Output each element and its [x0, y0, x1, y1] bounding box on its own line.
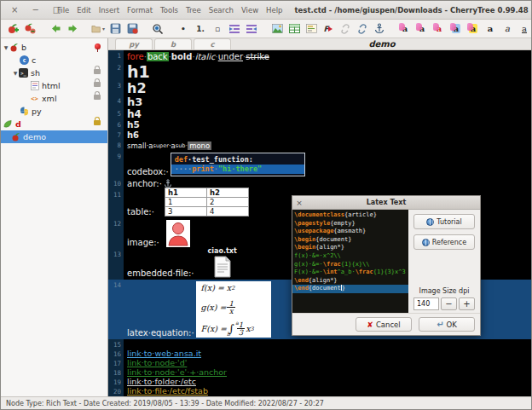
embedded-table[interactable]: h1h2 12 34 [165, 188, 249, 217]
tree-node-xml[interactable]: <> xml [1, 92, 107, 105]
small-text: small·a [127, 141, 153, 150]
table-header-cell[interactable]: h1 [165, 188, 206, 198]
embedded-file-label: embedded·file:· [127, 269, 194, 278]
node-anchor-link[interactable]: link·to·node·'e'·+·anchor [127, 367, 227, 377]
tutorial-button[interactable]: Tutorial [413, 214, 475, 229]
new-node-button[interactable] [6, 21, 20, 36]
indent-right-button[interactable] [245, 21, 258, 36]
insert-link-button[interactable] [338, 21, 352, 36]
recent-node-tab-b[interactable]: b [154, 38, 192, 49]
table-cell[interactable]: 1 [165, 198, 206, 207]
go-forward-button[interactable] [66, 21, 79, 36]
c-node-icon: c [20, 55, 29, 65]
menu-help[interactable]: Help [266, 6, 282, 14]
table-header-cell[interactable]: h2 [206, 188, 248, 198]
recent-node-tab-c[interactable]: c [194, 38, 231, 49]
todo-list-button[interactable]: ▫ [211, 21, 224, 36]
menu-edit[interactable]: Edit [77, 6, 90, 14]
heading-h3: h3 [124, 95, 531, 108]
embedded-image-person[interactable] [166, 220, 190, 247]
edit-link-button[interactable] [356, 21, 369, 36]
tutorial-label: Tutorial [437, 218, 461, 226]
link-line[interactable]: 18link·to·node·'e'·+·anchor [108, 367, 531, 377]
text-line[interactable]: 3h2 [108, 80, 531, 95]
link-line[interactable]: 19link·to·folder·/etc [108, 377, 531, 386]
go-back-button[interactable] [49, 21, 62, 36]
node-link[interactable]: link·to·node·'d' [127, 358, 187, 367]
expander-icon[interactable]: ▼ [12, 70, 19, 76]
dpi-decrease-button[interactable]: − [441, 297, 457, 310]
xml-glyph: <> [31, 95, 38, 102]
insert-codebox-button[interactable] [304, 21, 318, 36]
find-button[interactable] [151, 21, 165, 36]
format-style-blue-button[interactable]: a [449, 21, 463, 36]
table-cell[interactable]: 2 [206, 198, 248, 207]
menu-file[interactable]: File [57, 6, 69, 14]
menu-view[interactable]: View [241, 6, 258, 14]
codebox-object[interactable]: def·test_function: ····print·"hi·there" [171, 153, 305, 176]
strikethrough-text: strike [246, 52, 269, 61]
close-window-icon[interactable]: × [11, 5, 18, 14]
text-line[interactable]: 15 [108, 339, 531, 349]
italic-button[interactable]: a [500, 21, 514, 36]
menu-tools[interactable]: Tools [160, 6, 178, 14]
tree-node-html[interactable]: html [1, 79, 107, 92]
cancel-button[interactable]: ✘Cancel [356, 317, 412, 332]
link-line[interactable]: 16link·to·web·ansa.it [108, 349, 531, 358]
format-style-yellow-button[interactable]: a [466, 21, 480, 36]
embedded-file-object[interactable]: ciao.txt [208, 247, 237, 278]
text-line[interactable]: 8 small·asuper·asub·mono [108, 140, 531, 151]
recent-node-tab-py[interactable]: py [115, 38, 153, 49]
insert-image-button[interactable] [270, 21, 284, 36]
insert-table-button[interactable] [287, 21, 301, 36]
table-cell[interactable]: 3 [165, 207, 206, 217]
text-line[interactable]: 4h3 [108, 95, 531, 108]
tree-node-c[interactable]: c c [1, 54, 107, 66]
tree-node-demo[interactable]: demo [1, 130, 107, 143]
dpi-value-input[interactable]: 140 [413, 297, 439, 310]
save-as-button[interactable] [125, 21, 139, 36]
text-line[interactable]: 1 fore·back·bold·italic·under·strike [108, 50, 531, 62]
tree-node-b[interactable]: ▼ b [1, 41, 107, 54]
dialog-title-bar[interactable]: × Latex Text [292, 196, 480, 210]
ok-button[interactable]: ↵OK [419, 317, 475, 332]
format-color-foreground-button[interactable]: a [398, 21, 412, 36]
underline-button[interactable]: a [518, 21, 531, 36]
codebox-line[interactable]: 9 codebox:· def·test_function: ····print… [108, 151, 531, 178]
format-color-background-button[interactable]: a [415, 21, 429, 36]
minimize-window-icon[interactable]: − [32, 5, 38, 14]
reference-button[interactable]: Reference [413, 234, 475, 250]
menu-format[interactable]: Format [127, 6, 153, 14]
tree-node-sh[interactable]: ▼ >_ sh [1, 66, 107, 79]
latex-equation-image[interactable]: f(x) = x2 g(x) = 1x F(x) = ∫ab13x3 [196, 281, 271, 338]
table-cell[interactable]: 4 [206, 207, 248, 217]
open-file-button[interactable]: ▾ [91, 21, 105, 36]
tree-node-d[interactable]: d [1, 118, 107, 130]
bullet-list-button[interactable]: • [176, 21, 190, 36]
text-line[interactable]: 5h4 [108, 108, 531, 119]
indent-left-button[interactable] [228, 21, 241, 36]
new-subnode-button[interactable] [23, 21, 37, 36]
exec-code-button[interactable]: F [321, 21, 335, 36]
file-link[interactable]: link·to·file·/etc/fstab [127, 386, 208, 396]
save-button[interactable] [108, 21, 122, 36]
tree-node-py[interactable]: py [1, 105, 107, 118]
link-line[interactable]: 20link·to·file·/etc/fstab [108, 386, 531, 396]
link-line[interactable]: 17link·to·node·'d' [108, 358, 531, 367]
dpi-increase-button[interactable]: + [459, 297, 475, 310]
latex-source-editor[interactable]: \documentclass{article} \pagestyle{empty… [292, 210, 408, 313]
web-link[interactable]: link·to·web·ansa.it [127, 349, 201, 358]
menu-insert[interactable]: Insert [99, 6, 119, 14]
anchor-label: anchor:· [127, 179, 162, 188]
text-line[interactable]: 2h1 [108, 62, 531, 80]
bold-button[interactable]: a [483, 21, 497, 36]
insert-anchor-button[interactable] [373, 21, 386, 36]
menu-search[interactable]: Search [209, 6, 234, 14]
menu-tree[interactable]: Tree [186, 6, 201, 14]
format-color-clear-button[interactable]: a [432, 21, 446, 36]
folder-link[interactable]: link·to·folder·/etc [127, 377, 196, 386]
expander-icon[interactable]: ▼ [3, 44, 9, 50]
text-line[interactable]: 7h6 [108, 130, 531, 140]
numbered-list-button[interactable]: 1. [194, 21, 207, 36]
text-line[interactable]: 6h5 [108, 119, 531, 130]
